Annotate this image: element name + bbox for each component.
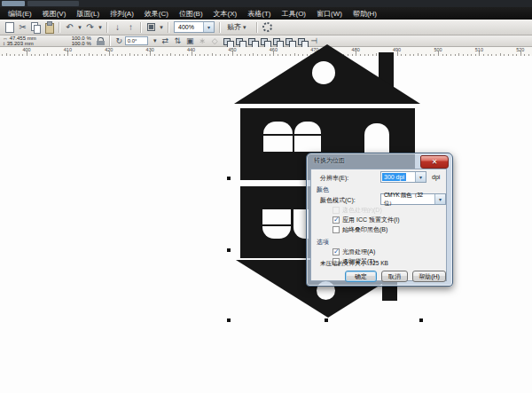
new-document-icon[interactable] [3,21,16,34]
checkbox[interactable] [332,216,340,224]
scale-fields[interactable]: 100.0 % 100.0 % [72,35,91,47]
export-icon[interactable]: ↑ [124,21,137,34]
mirror-vertical-icon[interactable]: ⇅ [172,36,184,46]
checkbox-row[interactable]: 递色处理的(D) [332,206,382,214]
selection-handle[interactable] [227,248,231,252]
checkbox-row[interactable]: 应用 ICC 预置文件(I) [332,216,400,224]
intersect-icon[interactable] [246,36,258,46]
dialog-button[interactable]: 帮助(H) [412,271,446,282]
options-section-label: 选项 [317,238,329,247]
width-icon: ↔ [3,35,8,41]
snap-to-dropdown[interactable]: 贴齐 ▾ [223,22,254,32]
chevron-down-icon[interactable]: ▾ [203,22,214,32]
snap-to-label: 贴齐 [227,22,241,32]
menu-item[interactable]: 表格(T) [243,8,275,20]
convert-to-bitmap-dialog: 转换为位图 ✕ 分辨率(E): 300 dpi ▾ dpi 颜色 颜色模式(C)… [306,153,453,287]
resolution-combo[interactable]: 300 dpi ▾ [380,171,426,183]
convert-to-curves-icon[interactable]: ∗ [197,36,208,46]
paste-icon[interactable] [43,21,56,34]
checkbox-label: 始终叠印黑色(B) [342,225,387,234]
redo-icon[interactable]: ↷ [83,21,97,34]
toolbar-separator [59,22,60,33]
roof-round-window [312,61,335,84]
menu-item[interactable]: 工具(O) [277,8,310,20]
weld-icon[interactable] [222,36,233,46]
checkbox-row[interactable]: 光滑处理(A) [332,248,375,255]
back-minus-front-icon[interactable] [284,36,295,46]
redo-dropdown-icon[interactable]: ▾ [97,21,104,34]
selection-handle[interactable] [227,177,231,180]
window-muntin [262,224,291,226]
chevron-down-icon[interactable]: ▾ [434,194,445,204]
rotate-icon: ↻ [113,36,125,46]
close-icon: ✕ [432,159,438,166]
launcher-dropdown-icon[interactable]: ▾ [158,21,165,34]
front-minus-back-icon[interactable] [271,36,283,46]
rotation-angle-field[interactable]: 0.0 ° [125,36,148,45]
title-bar-icons [2,1,25,6]
resolution-label: 分辨率(E): [320,174,348,183]
object-height-value: 35.203 mm [7,41,34,46]
checkbox[interactable] [332,248,340,255]
wrap-text-icon[interactable]: ▣ [184,36,196,46]
menu-item[interactable]: 位图(B) [175,8,207,20]
undo-icon[interactable]: ↶ [63,21,76,34]
trim-icon[interactable] [234,36,246,46]
selection-handle[interactable] [227,318,231,322]
application-launcher-icon[interactable] [145,21,158,34]
toolbar-separator [109,35,111,46]
menu-item[interactable]: 编辑(E) [4,8,36,20]
menu-item[interactable]: 视图(V) [38,8,71,20]
dialog-button[interactable]: 取消 [381,271,408,282]
selection-handle[interactable] [419,318,423,322]
window-muntin [294,134,321,136]
menu-item[interactable]: 帮助(H) [348,8,381,20]
create-boundary-icon[interactable] [296,36,308,46]
basic-shape-icon[interactable]: ◇ [209,36,221,46]
object-size-fields[interactable]: ↔ 47.455 mm ↕ 35.203 mm [3,35,36,47]
checkbox-row[interactable]: 始终叠印黑色(B) [332,225,387,233]
checkbox-label: 光滑处理(A) [342,248,375,256]
selection-handle[interactable] [325,318,328,322]
chevron-down-icon[interactable]: ▾ [415,172,426,182]
title-bar [0,0,532,7]
simplify-icon[interactable] [259,36,270,46]
checkbox-label: 递色处理的(D) [342,206,382,215]
align-icon[interactable]: ⊣ [309,36,320,46]
menu-item[interactable]: 窗口(W) [312,8,347,20]
angle-dropdown-icon[interactable]: ▾ [152,35,159,47]
rotation-value: 0.0 [128,38,135,43]
zoom-level-combo[interactable]: 400% ▾ [174,21,215,33]
cut-icon[interactable]: ✂ [16,21,29,34]
menubar: 编辑(E)视图(V)版面(L)排列(A)效果(C)位图(B)文本(X)表格(T)… [0,7,532,20]
menu-item[interactable]: 版面(L) [72,8,104,20]
lock-ratio-icon[interactable] [97,36,105,46]
checkbox-label: 应用 ICC 预置文件(I) [342,216,400,224]
scale-x-value: 100.0 [72,35,85,41]
property-bar: ↔ 47.455 mm ↕ 35.203 mm 100.0 % 100.0 % … [0,35,532,47]
color-mode-combo[interactable]: CMYK 颜色（32 位） ▾ [380,193,446,205]
copy-icon[interactable] [29,21,43,34]
menu-item[interactable]: 排列(A) [106,8,138,20]
menu-item[interactable]: 文本(X) [209,8,242,20]
close-button[interactable]: ✕ [420,155,449,169]
object-width-value: 47.455 mm [10,35,36,41]
mirror-horizontal-icon[interactable]: ⇄ [160,36,171,46]
resolution-value: 300 dpi [382,173,406,181]
standard-toolbar: ✂ ↶▾↷▾ ↓↑ ▾ 400% ▾ 贴齐 ▾ [0,20,532,35]
dialog-body: 分辨率(E): 300 dpi ▾ dpi 颜色 颜色模式(C): CMYK 颜… [310,169,447,281]
dialog-button[interactable]: 确定 [345,271,377,282]
dialog-title[interactable]: 转换为位图 [314,156,345,165]
undo-dropdown-icon[interactable]: ▾ [76,21,83,34]
checkbox[interactable] [332,226,340,233]
options-icon[interactable] [261,21,274,34]
checkbox[interactable] [332,207,340,214]
scale-y-value: 100.0 [72,41,85,46]
rotation-unit: ° [135,38,137,43]
menu-item[interactable]: 效果(C) [140,8,173,20]
window-muntin [263,134,293,136]
chevron-down-icon: ▾ [243,24,250,31]
window-arched [364,123,389,153]
import-icon[interactable]: ↓ [111,21,124,34]
toolbar-separator [140,22,142,33]
